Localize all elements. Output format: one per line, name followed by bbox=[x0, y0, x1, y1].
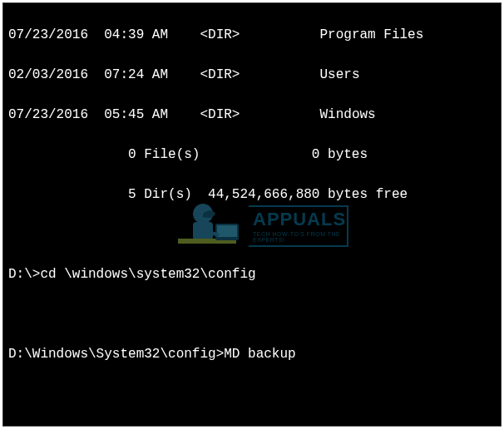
dir-summary-dirs: 5 Dir(s) 44,524,666,880 bytes free bbox=[8, 185, 496, 205]
command-prompt-window[interactable]: 07/23/2016 04:39 AM <DIR> Program Files … bbox=[3, 3, 501, 426]
screenshot-frame: 07/23/2016 04:39 AM <DIR> Program Files … bbox=[2, 2, 502, 427]
command-line: D:\Windows\System32\config>MD backup bbox=[8, 344, 496, 364]
dir-entry: 07/23/2016 05:45 AM <DIR> Windows bbox=[8, 105, 496, 125]
blank-line bbox=[8, 384, 496, 404]
command-line: D:\Windows\System32\config>copy *.* back… bbox=[8, 424, 496, 427]
typed-command: cd \windows\system32\config bbox=[40, 267, 255, 282]
blank-line bbox=[8, 304, 496, 324]
typed-command: MD backup bbox=[224, 347, 295, 362]
prompt: D:\> bbox=[8, 267, 40, 282]
command-line: D:\>cd \windows\system32\config bbox=[8, 264, 496, 284]
blank-line bbox=[8, 224, 496, 244]
dir-entry: 07/23/2016 04:39 AM <DIR> Program Files bbox=[8, 25, 496, 45]
prompt: D:\Windows\System32\config> bbox=[8, 347, 224, 362]
dir-entry: 02/03/2016 07:24 AM <DIR> Users bbox=[8, 65, 496, 85]
dir-summary-files: 0 File(s) 0 bytes bbox=[8, 145, 496, 165]
